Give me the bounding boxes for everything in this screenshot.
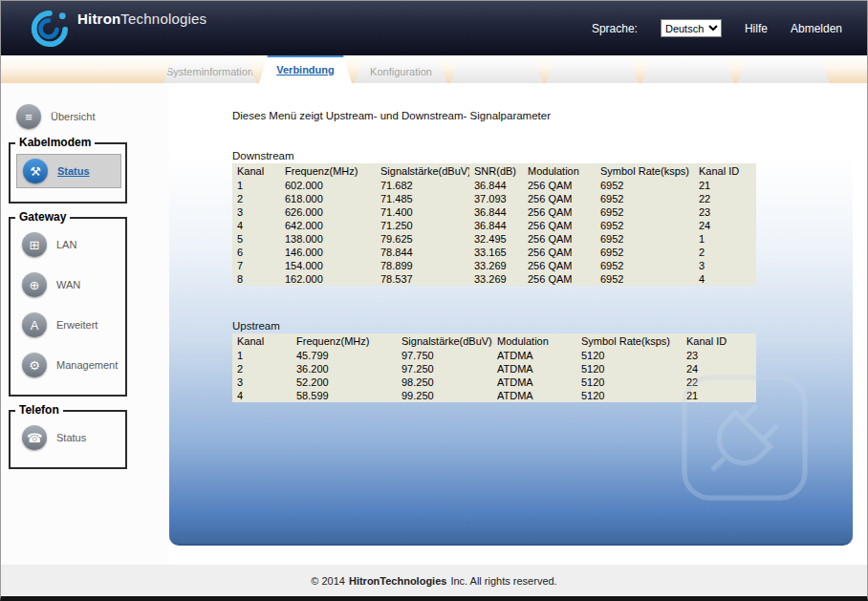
table-row: 4642.00071.25036.844256 QAM695224 <box>232 219 756 232</box>
table-cell: 97.750 <box>397 349 492 362</box>
table-row: 2618.00071.48537.093256 QAM695222 <box>232 192 756 205</box>
column-header: Symbol Rate(ksps) <box>576 333 682 349</box>
table-cell: 78.537 <box>376 272 469 286</box>
table-cell: 99.250 <box>397 389 492 402</box>
table-cell: 256 QAM <box>523 246 596 259</box>
tab-empty-4[interactable] <box>737 59 830 83</box>
table-cell: 618.000 <box>280 192 376 205</box>
column-header: Kanal ID <box>694 163 756 179</box>
table-cell: 602.000 <box>280 179 376 192</box>
table-cell: 36.844 <box>469 205 523 219</box>
table-cell: 33.269 <box>469 259 523 272</box>
table-cell: 1 <box>232 179 280 192</box>
footer: © 2014 HitronTechnologies Inc. All right… <box>1 565 867 597</box>
copyright-suffix: Inc. All rights reserved. <box>450 575 556 587</box>
table-row: 5138.00079.62532.495256 QAM69521 <box>232 232 756 246</box>
table-cell: 23 <box>694 205 756 219</box>
section-title: Telefon <box>15 403 63 417</box>
sidebar: ≡ Übersicht Kabelmodem ⚒ Status Gateway … <box>1 83 169 565</box>
phone-icon: ☎ <box>22 425 47 450</box>
sidebar-item-label: Status <box>56 432 86 443</box>
table-cell: 71.400 <box>376 205 469 219</box>
table-cell: 5 <box>232 232 280 246</box>
table-cell: 6952 <box>596 205 694 219</box>
table-header-row: KanalFrequenz(MHz)Signalstärke(dBuV)Modu… <box>232 333 756 349</box>
tab-systeminformation[interactable]: Systeminformation <box>163 59 256 83</box>
column-header: Symbol Rate(ksps) <box>596 163 694 179</box>
table-cell: ATDMA <box>492 389 576 402</box>
sidebar-item-uebersicht[interactable]: ≡ Übersicht <box>11 100 169 133</box>
wan-globe-icon: ⊕ <box>22 272 47 297</box>
table-cell: 1 <box>232 349 292 362</box>
table-cell: 71.485 <box>376 192 469 205</box>
tab-strip: Systeminformation Verbindung Konfigurati… <box>1 55 867 83</box>
table-cell: 6952 <box>596 179 694 192</box>
table-cell: 6 <box>232 246 280 259</box>
language-select[interactable]: Deutsch <box>661 19 722 37</box>
plug-watermark-icon <box>673 366 816 513</box>
table-cell: 154.000 <box>280 259 376 272</box>
tab-konfiguration[interactable]: Konfiguration <box>355 59 447 83</box>
column-header: Modulation <box>492 333 576 349</box>
table-cell: 24 <box>694 219 756 232</box>
table-cell: 36.844 <box>469 179 523 192</box>
table-cell: 45.799 <box>292 349 397 362</box>
table-cell: 58.599 <box>292 389 397 402</box>
table-cell: 2 <box>694 246 756 259</box>
advanced-icon: A <box>22 312 47 337</box>
table-cell: 4 <box>232 389 292 402</box>
help-link[interactable]: Hilfe <box>745 22 768 35</box>
table-row: 6146.00078.84433.165256 QAM69522 <box>232 246 756 259</box>
table-cell: 5120 <box>576 349 682 362</box>
table-cell: 6952 <box>596 272 694 286</box>
table-cell: 6952 <box>596 259 694 272</box>
page-description: Dieses Menü zeigt Upstream- und Downstre… <box>169 83 853 121</box>
sidebar-section-telefon: Telefon ☎ Status <box>9 410 127 469</box>
sidebar-item-wan[interactable]: ⊕ WAN <box>16 268 121 301</box>
tab-verbindung[interactable]: Verbindung <box>259 55 352 83</box>
table-cell: 33.165 <box>469 246 523 259</box>
hitron-swirl-icon <box>26 9 70 49</box>
sidebar-item-kabelmodem-status[interactable]: ⚒ Status <box>16 154 121 188</box>
table-cell: 6952 <box>596 246 694 259</box>
table-cell: 22 <box>694 192 756 205</box>
table-cell: 21 <box>694 179 756 192</box>
tab-empty-1[interactable] <box>450 59 543 83</box>
sidebar-section-kabelmodem: Kabelmodem ⚒ Status <box>9 142 127 204</box>
downstream-title: Downstream <box>232 150 853 161</box>
table-cell: 6952 <box>596 192 694 205</box>
table-cell: 3 <box>232 205 280 219</box>
tab-empty-3[interactable] <box>641 59 734 83</box>
sidebar-item-label: Status <box>57 165 90 177</box>
section-title: Gateway <box>15 210 70 224</box>
sidebar-item-label: Management <box>56 359 118 371</box>
language-label: Sprache: <box>592 22 638 35</box>
table-row: 8162.00078.53733.269256 QAM69524 <box>232 272 756 286</box>
sidebar-item-lan[interactable]: ⊞ LAN <box>16 228 121 261</box>
table-cell: 36.200 <box>292 362 397 376</box>
table-cell: 78.844 <box>376 246 469 259</box>
table-row: 7154.00078.89933.269256 QAM69523 <box>232 259 756 272</box>
logout-link[interactable]: Abmelden <box>791 22 842 35</box>
table-cell: 36.844 <box>469 219 523 232</box>
sidebar-item-erweitert[interactable]: A Erweitert <box>16 309 121 341</box>
table-cell: 2 <box>232 192 280 205</box>
body-area: ≡ Übersicht Kabelmodem ⚒ Status Gateway … <box>1 83 867 565</box>
table-cell: 37.093 <box>469 192 523 205</box>
sidebar-item-telefon-status[interactable]: ☎ Status <box>16 421 121 454</box>
table-cell: ATDMA <box>492 362 576 376</box>
table-cell: ATDMA <box>492 349 576 362</box>
tab-empty-2[interactable] <box>546 59 639 83</box>
main-wrap: Dieses Menü zeigt Upstream- und Downstre… <box>169 83 867 565</box>
table-cell: 23 <box>682 349 756 362</box>
brand-hitron: Hitron <box>77 11 120 27</box>
table-cell: 146.000 <box>280 246 376 259</box>
sidebar-item-management[interactable]: ⚙ Management <box>16 349 121 381</box>
brand-text: HitronTechnologies <box>77 11 206 27</box>
copyright-prefix: © 2014 <box>311 575 345 587</box>
table-cell: 1 <box>694 232 756 246</box>
table-cell: 256 QAM <box>523 272 596 286</box>
table-cell: 642.000 <box>280 219 376 232</box>
table-cell: 32.495 <box>469 232 523 246</box>
table-cell: 6952 <box>596 232 694 246</box>
